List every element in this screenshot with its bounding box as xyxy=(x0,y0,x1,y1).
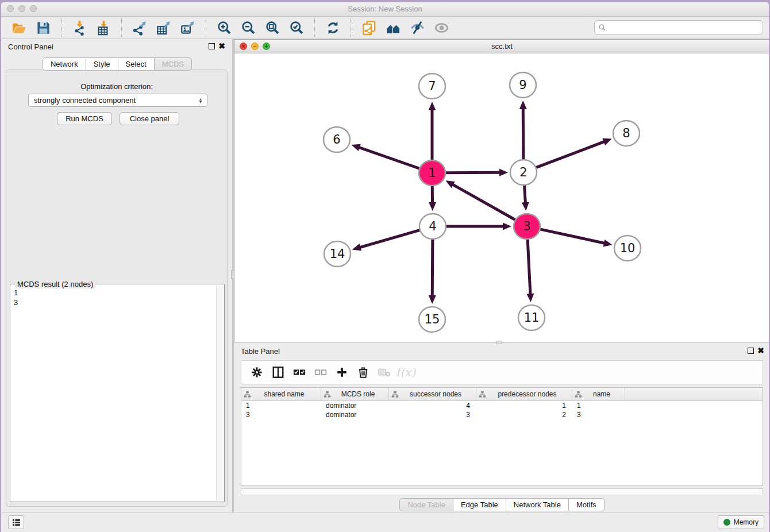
network-graph[interactable]: 1234678910111415 xyxy=(234,53,769,342)
graph-node-7[interactable]: 7 xyxy=(419,74,445,99)
edge-2-8[interactable] xyxy=(536,141,605,168)
export-table-icon[interactable] xyxy=(155,19,172,36)
criterion-select[interactable]: strongly connected component ▲▼ xyxy=(28,94,207,107)
node-table[interactable]: shared nameMCDS rolesuccessor nodesprede… xyxy=(241,387,763,486)
select-all-icon[interactable] xyxy=(290,363,309,381)
toolbar-group xyxy=(121,18,206,37)
graph-node-1[interactable]: 1 xyxy=(419,160,445,186)
sort-hierarchy-icon xyxy=(324,391,331,398)
column-header-successor-nodes[interactable]: successor nodes xyxy=(389,388,476,400)
graph-node-15[interactable]: 15 xyxy=(419,307,445,332)
edge-3-11[interactable] xyxy=(528,239,530,295)
graph-node-14[interactable]: 14 xyxy=(324,241,351,267)
table-close-panel-icon[interactable]: ✖ xyxy=(757,346,764,355)
node-label: 15 xyxy=(425,313,440,326)
search-box[interactable] xyxy=(594,20,763,35)
deselect-all-icon[interactable] xyxy=(311,363,330,381)
status-bar: Memory xyxy=(1,512,769,532)
select-stepper-icon: ▲▼ xyxy=(197,98,205,103)
import-network-icon[interactable] xyxy=(71,19,88,36)
control-panel-tabs: NetworkStyleSelectMCDS xyxy=(2,57,232,71)
delete-column-icon[interactable] xyxy=(353,363,373,381)
edge-4-14[interactable] xyxy=(359,230,420,248)
main-toolbar-groups xyxy=(1,18,459,37)
zoom-out-icon[interactable] xyxy=(240,19,257,36)
node-label: 4 xyxy=(429,219,436,233)
export-image-icon[interactable] xyxy=(179,19,197,36)
sort-hierarchy-icon xyxy=(391,391,399,398)
graph-node-10[interactable]: 10 xyxy=(614,236,641,261)
export-network-icon[interactable] xyxy=(131,19,148,36)
graph-node-8[interactable]: 8 xyxy=(613,121,640,146)
close-panel-icon[interactable]: ✖ xyxy=(218,41,225,51)
tab-network[interactable]: Network xyxy=(43,57,86,71)
table-tab-network-table[interactable]: Network Table xyxy=(506,498,569,511)
network-frame-title: scc.txt xyxy=(234,42,769,51)
node-label: 7 xyxy=(428,79,436,93)
memory-button[interactable]: Memory xyxy=(718,515,764,529)
edge-4-15[interactable] xyxy=(432,239,433,296)
search-input[interactable] xyxy=(609,22,763,33)
graph-node-11[interactable]: 11 xyxy=(518,305,545,330)
function-builder-icon: f(x) xyxy=(396,363,415,381)
table-row[interactable]: 3dominator323 xyxy=(241,410,763,419)
settings-gear-icon[interactable] xyxy=(247,363,267,381)
node-label: 6 xyxy=(333,133,340,147)
zoom-in-icon[interactable] xyxy=(215,19,233,36)
apply-layout-icon[interactable] xyxy=(324,19,341,36)
import-table-icon[interactable] xyxy=(95,19,112,36)
list-icon xyxy=(11,518,21,527)
network-frame-titlebar: × − + scc.txt xyxy=(234,40,769,53)
toolbar-group xyxy=(61,18,121,37)
node-label: 3 xyxy=(523,219,530,233)
column-header-predecessor-nodes[interactable]: predecessor nodes xyxy=(476,388,572,400)
table-cell: dominator xyxy=(321,410,389,419)
hide-selected-icon[interactable] xyxy=(409,19,426,36)
table-cell: 4 xyxy=(389,401,476,410)
graph-node-4[interactable]: 4 xyxy=(419,214,446,239)
table-cell: 1 xyxy=(241,401,321,410)
new-network-from-selection-icon[interactable] xyxy=(360,19,378,36)
sort-hierarchy-icon xyxy=(479,391,486,398)
arrowhead-icon xyxy=(526,294,534,302)
close-panel-button[interactable]: Close panel xyxy=(120,112,179,125)
edge-1-2[interactable] xyxy=(445,172,500,173)
toolbar-group xyxy=(314,18,351,37)
edge-3-1[interactable] xyxy=(452,184,516,221)
first-neighbors-icon[interactable] xyxy=(384,19,402,36)
task-history-button[interactable] xyxy=(8,515,24,529)
edge-2-9[interactable] xyxy=(523,108,523,160)
edge-2-3[interactable] xyxy=(524,185,525,203)
mcds-result-lines: 13 xyxy=(10,287,216,502)
graph-node-9[interactable]: 9 xyxy=(510,72,536,98)
graph-node-2[interactable]: 2 xyxy=(510,160,537,185)
sort-hierarchy-icon xyxy=(244,391,251,398)
split-panel-icon[interactable] xyxy=(268,363,288,381)
table-tab-edge-table[interactable]: Edge Table xyxy=(453,498,506,511)
column-header-name[interactable]: name xyxy=(572,388,625,400)
run-mcds-button[interactable]: Run MCDS xyxy=(57,112,112,125)
float-panel-icon[interactable] xyxy=(209,43,215,49)
result-scrollbar[interactable] xyxy=(216,286,224,500)
zoom-selected-icon[interactable] xyxy=(288,19,305,36)
tab-mcds[interactable]: MCDS xyxy=(155,57,192,71)
table-row[interactable]: 1dominator411 xyxy=(241,401,763,410)
arrowhead-icon xyxy=(603,240,613,247)
tab-style[interactable]: Style xyxy=(86,57,118,71)
table-tab-motifs[interactable]: Motifs xyxy=(569,498,605,511)
edge-1-6[interactable] xyxy=(359,147,420,169)
table-hscrollbar[interactable] xyxy=(241,488,763,495)
zoom-fit-icon[interactable] xyxy=(264,19,281,36)
graph-node-3[interactable]: 3 xyxy=(514,214,540,239)
column-header-MCDS-role[interactable]: MCDS role xyxy=(321,388,389,400)
column-header-shared-name[interactable]: shared name xyxy=(241,388,321,400)
save-session-icon[interactable] xyxy=(34,19,52,36)
tab-select[interactable]: Select xyxy=(118,57,155,71)
edge-3-10[interactable] xyxy=(539,229,605,244)
add-column-icon[interactable] xyxy=(332,363,352,381)
graph-node-6[interactable]: 6 xyxy=(324,127,350,152)
table-tab-node-table[interactable]: Node Table xyxy=(399,498,453,511)
table-float-panel-icon[interactable] xyxy=(748,348,754,354)
open-session-icon[interactable] xyxy=(10,19,28,36)
result-line: 3 xyxy=(14,298,213,307)
